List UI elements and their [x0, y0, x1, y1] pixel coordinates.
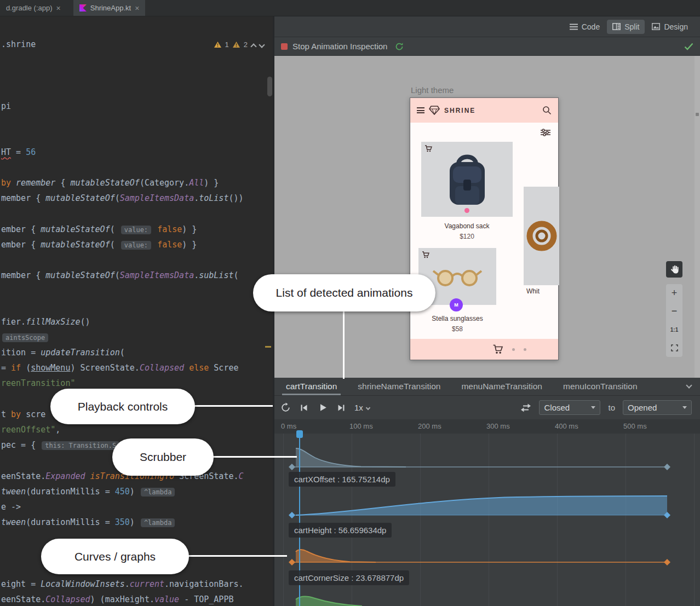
code-line[interactable]: tween(durationMillis = 450) ^lambda	[1, 486, 176, 497]
product-card: Vagabond sack $120	[421, 142, 513, 240]
warning-stripe-mark[interactable]	[265, 346, 271, 348]
tag-dot	[464, 208, 469, 213]
stop-animation-inspection-button[interactable]: Stop Animation Inspection	[281, 42, 387, 51]
code-token: C	[239, 471, 244, 481]
swap-icon	[520, 403, 531, 412]
code-token: (durationMillis =	[26, 487, 115, 497]
inlay-hint: this: Transition.S	[42, 441, 119, 450]
code-token: pi	[1, 101, 11, 111]
animation-tab-shrineNameTransition[interactable]: shrineNameTransition	[351, 378, 447, 395]
code-line[interactable]: member { mutableStateOf(SampleItemsData.…	[1, 270, 239, 281]
product-price: $120	[421, 233, 513, 240]
code-line[interactable]: member { mutableStateOf(SampleItemsData.…	[1, 193, 244, 204]
tabs-overflow-chevron[interactable]	[686, 382, 692, 388]
code-line[interactable]: e ->	[1, 501, 21, 512]
code-line[interactable]: = if (showMenu) ScreenState.Collapsed el…	[1, 362, 239, 373]
file-tab-bar: d.gradle (:app) × ShrineApp.kt ×	[0, 0, 700, 16]
design-icon	[652, 23, 660, 30]
code-token: mutableStateOf	[41, 224, 110, 234]
code-line[interactable]: reenOffset",	[1, 424, 60, 435]
code-line[interactable]: ember { mutableStateOf( value: false) }	[1, 224, 197, 235]
code-line[interactable]: aintsScope	[1, 332, 49, 343]
keyframe-diamond	[289, 464, 295, 470]
code-token: ) }	[204, 178, 219, 188]
code-token: tween	[1, 517, 26, 527]
pan-button[interactable]	[666, 261, 682, 278]
code-line[interactable]: pi	[1, 101, 11, 112]
code-token: mutableStateOf	[45, 193, 114, 203]
close-icon[interactable]: ×	[56, 4, 61, 12]
canvas-scroll-gutter[interactable]	[695, 56, 700, 378]
code-line[interactable]: eenState.Collapsed) (maxHeight.value - T…	[1, 594, 233, 605]
prev-issue-button[interactable]	[250, 43, 256, 49]
code-line[interactable]: HT = 56	[1, 147, 36, 158]
replay-icon	[280, 402, 291, 413]
go-to-end-button[interactable]	[336, 402, 347, 413]
next-issue-button[interactable]	[259, 42, 265, 48]
code-line[interactable]: ition = updateTransition(	[1, 347, 125, 358]
speed-selector[interactable]: 1x	[354, 403, 370, 412]
animation-tab-menuNameTransition[interactable]: menuNameTransition	[454, 378, 549, 395]
to-state-select[interactable]: Opened	[623, 400, 692, 415]
code-line[interactable]: eight = LocalWindowInsets.current.naviga…	[1, 579, 244, 590]
play-button[interactable]	[317, 402, 328, 413]
code-editor[interactable]: .shrinepiHT = 56by remember { mutableSta…	[0, 37, 273, 606]
code-icon	[570, 24, 578, 30]
code-line[interactable]: .shrine	[1, 39, 36, 50]
mode-split[interactable]: Split	[607, 20, 645, 34]
code-token: if	[11, 363, 21, 373]
replay-button[interactable]	[280, 402, 291, 413]
mode-code[interactable]: Code	[564, 20, 605, 34]
code-line[interactable]: tween(durationMillis = 350) ^lambda	[1, 517, 176, 528]
backpack-image	[442, 149, 492, 210]
code-line[interactable]: fier.fillMaxSize()	[1, 316, 90, 327]
zoom-in-button[interactable]: +	[666, 284, 682, 302]
keyframe-diamond	[664, 464, 670, 470]
code-token: Collapsed	[140, 363, 184, 373]
search-icon	[542, 106, 552, 115]
code-token: toList	[199, 193, 228, 203]
code-line[interactable]: t by scre	[1, 409, 45, 420]
zoom-out-button[interactable]: −	[666, 302, 682, 320]
mode-design[interactable]: Design	[646, 20, 693, 34]
code-token: mutableStateOf	[70, 178, 139, 188]
inlay-hint: value:	[121, 226, 151, 234]
toolbar-spacer	[0, 16, 273, 37]
preview-canvas[interactable]: Light theme SHRINE	[274, 56, 700, 378]
code-token: 350	[115, 517, 130, 527]
inspections-widget[interactable]: 1 2	[214, 41, 264, 49]
keyframe-diamond	[664, 559, 670, 565]
code-lines: .shrinepiHT = 56by remember { mutableSta…	[0, 37, 273, 606]
chevron-down-icon	[682, 406, 687, 409]
shrine-top-bar: SHRINE	[410, 98, 558, 123]
mode-label: Design	[664, 22, 688, 31]
animation-tab-cartTransition[interactable]: cartTransition	[279, 378, 344, 395]
swap-states-button[interactable]	[520, 402, 531, 413]
curve-value-label: cartXOffset : 165.75214dp	[289, 472, 395, 487]
animation-tab-menuIconTransition[interactable]: menuIconTransition	[556, 378, 645, 395]
zoom-fit-button[interactable]	[666, 339, 682, 357]
close-icon[interactable]: ×	[135, 4, 139, 12]
inlay-hint: ^lambda	[141, 518, 175, 527]
product-name: Vagabond sack	[421, 222, 513, 230]
zoom-100-button[interactable]: 1:1	[666, 321, 682, 339]
callout-list-of-detected-animations: List of detected animations	[253, 274, 435, 311]
code-token: current	[130, 579, 164, 589]
go-to-start-button[interactable]	[299, 402, 309, 413]
from-state-select[interactable]: Closed	[539, 400, 600, 415]
code-token: Expanded	[45, 471, 85, 481]
scrubber-handle[interactable]	[296, 430, 303, 438]
code-line[interactable]: reenTransition"	[1, 378, 75, 389]
code-token: (	[120, 348, 125, 357]
inlay-hint: aintsScope	[2, 333, 48, 342]
file-tab-shrineapp[interactable]: ShrineApp.kt ×	[73, 0, 146, 16]
editor-scrollbar[interactable]	[267, 77, 272, 96]
add-to-cart-icon	[422, 251, 429, 258]
code-line[interactable]: ember { mutableStateOf( value: false) }	[1, 239, 197, 250]
code-token: .	[125, 579, 130, 589]
code-line[interactable]: by remember { mutableStateOf(Category.Al…	[1, 177, 219, 188]
code-token: mutableStateOf	[45, 270, 114, 280]
file-tab-gradle[interactable]: d.gradle (:app) ×	[0, 0, 67, 16]
code-line[interactable]: pec = { this: Transition.S	[1, 440, 121, 451]
refresh-icon[interactable]	[395, 42, 404, 51]
